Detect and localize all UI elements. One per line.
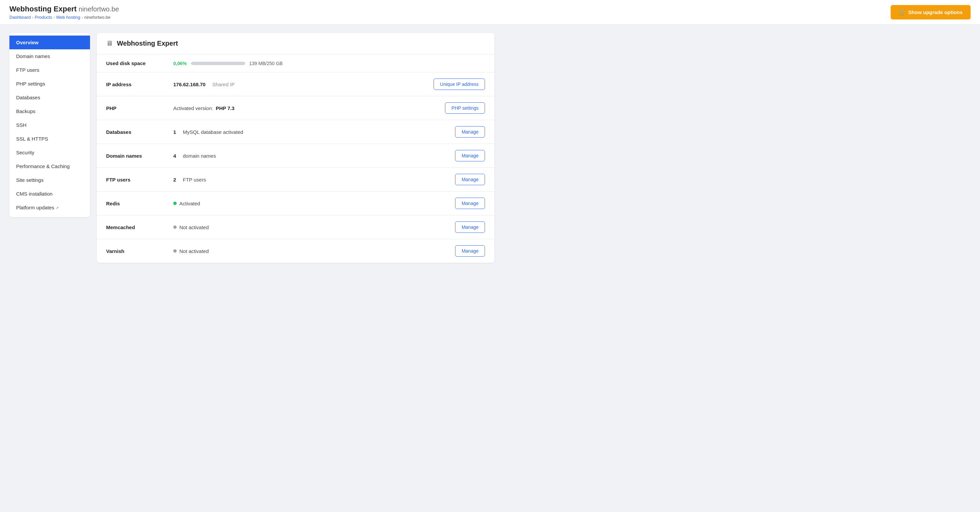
server-icon: 🖥: [106, 40, 113, 47]
ftp-count: 2: [173, 177, 176, 182]
sidebar-item-overview[interactable]: Overview: [10, 36, 90, 49]
databases-row: Databases 1 MySQL database activated Man…: [97, 120, 494, 144]
sidebar-item-ftp-users[interactable]: FTP users: [10, 63, 90, 77]
sidebar-item-databases[interactable]: Databases: [10, 90, 90, 105]
ip-address-row: IP address 176.62.168.70 Shared IP Uniqu…: [97, 73, 494, 96]
redis-status-dot: [173, 202, 177, 205]
page-title: Webhosting Expert ninefortwo.be: [10, 5, 119, 13]
memcached-value: Not activated: [173, 225, 455, 230]
unique-ip-button[interactable]: Unique IP address: [434, 79, 485, 90]
ip-address-label: IP address: [106, 81, 173, 87]
breadcrumb-current: ninefortwo.be: [84, 15, 110, 20]
php-version: PHP 7.3: [216, 105, 234, 111]
breadcrumb-webhosting[interactable]: Web hosting: [56, 15, 80, 20]
ftp-users-manage-button[interactable]: Manage: [455, 174, 485, 185]
breadcrumb: Dashboard › Products › Web hosting › nin…: [10, 15, 119, 20]
breadcrumb-products[interactable]: Products: [35, 15, 52, 20]
ip-type: Shared IP: [212, 81, 235, 87]
breadcrumb-dashboard[interactable]: Dashboard: [10, 15, 31, 20]
memcached-status-text: Not activated: [179, 225, 209, 230]
cart-icon: 🛒: [899, 9, 905, 16]
sidebar-item-performance-caching[interactable]: Performance & Caching: [10, 159, 90, 173]
disk-percent: 0,06%: [173, 61, 188, 66]
ftp-users-row: FTP users 2 FTP users Manage: [97, 168, 494, 192]
sidebar-item-site-settings[interactable]: Site settings: [10, 173, 90, 187]
varnish-status-dot: [173, 249, 177, 253]
ftp-text: FTP users: [183, 177, 206, 182]
domain-names-label: Domain names: [106, 153, 173, 159]
php-label: PHP: [106, 105, 173, 111]
databases-count: 1: [173, 129, 176, 135]
content-title: Webhosting Expert: [117, 40, 178, 47]
page-title-area: Webhosting Expert ninefortwo.be Dashboar…: [10, 5, 119, 20]
memcached-manage-button[interactable]: Manage: [455, 222, 485, 233]
disk-size: 139 MB/250 GB: [249, 61, 283, 66]
top-bar: Webhosting Expert ninefortwo.be Dashboar…: [0, 0, 980, 25]
domain-names-row: Domain names 4 domain names Manage: [97, 144, 494, 168]
domain-names-manage-button[interactable]: Manage: [455, 150, 485, 162]
disk-space-label: Used disk space: [106, 60, 173, 66]
sidebar-item-ssl-https[interactable]: SSL & HTTPS: [10, 132, 90, 146]
databases-manage-button[interactable]: Manage: [455, 126, 485, 138]
redis-value: Activated: [173, 201, 455, 206]
domain-names-value: 4 domain names: [173, 153, 455, 159]
sidebar-item-backups[interactable]: Backups: [10, 105, 90, 118]
content-panel: 🖥 Webhosting Expert Used disk space 0,06…: [97, 33, 494, 263]
sidebar-item-php-settings[interactable]: PHP settings: [10, 77, 90, 90]
domain-text: domain names: [183, 153, 216, 159]
php-value: Activated version: PHP 7.3: [173, 105, 445, 111]
ip-address-value: 176.62.168.70 Shared IP: [173, 81, 434, 87]
varnish-manage-button[interactable]: Manage: [455, 245, 485, 257]
varnish-label: Varnish: [106, 248, 173, 254]
memcached-row: Memcached Not activated Manage: [97, 216, 494, 239]
ftp-users-label: FTP users: [106, 177, 173, 182]
sidebar: Overview Domain names FTP users PHP sett…: [10, 33, 90, 217]
php-settings-button[interactable]: PHP settings: [445, 102, 485, 114]
redis-status-text: Activated: [179, 201, 200, 206]
varnish-row: Varnish Not activated Manage: [97, 239, 494, 263]
sidebar-item-ssh[interactable]: SSH: [10, 118, 90, 132]
main-layout: Overview Domain names FTP users PHP sett…: [0, 25, 504, 271]
varnish-value: Not activated: [173, 248, 455, 254]
memcached-status-dot: [173, 225, 177, 229]
php-row: PHP Activated version: PHP 7.3 PHP setti…: [97, 96, 494, 120]
content-header: 🖥 Webhosting Expert: [97, 33, 494, 54]
ip-number: 176.62.168.70: [173, 81, 205, 87]
databases-label: Databases: [106, 129, 173, 135]
redis-row: Redis Activated Manage: [97, 192, 494, 216]
domain-count: 4: [173, 153, 176, 159]
redis-manage-button[interactable]: Manage: [455, 198, 485, 209]
disk-space-value: 0,06% 139 MB/250 GB: [173, 61, 485, 66]
databases-text: MySQL database activated: [183, 129, 243, 135]
varnish-status-text: Not activated: [179, 248, 209, 254]
sidebar-item-security[interactable]: Security: [10, 146, 90, 159]
databases-value: 1 MySQL database activated: [173, 129, 455, 135]
memcached-label: Memcached: [106, 225, 173, 230]
redis-label: Redis: [106, 201, 173, 206]
sidebar-item-platform-updates[interactable]: Platform updates: [10, 201, 90, 214]
ftp-users-value: 2 FTP users: [173, 177, 455, 182]
disk-bar: [191, 62, 245, 65]
disk-space-row: Used disk space 0,06% 139 MB/250 GB: [97, 54, 494, 73]
php-text-prefix: Activated version:: [173, 105, 213, 111]
upgrade-button[interactable]: 🛒 Show upgrade options: [891, 5, 970, 19]
sidebar-item-domain-names[interactable]: Domain names: [10, 49, 90, 63]
sidebar-item-cms-installation[interactable]: CMS installation: [10, 187, 90, 201]
